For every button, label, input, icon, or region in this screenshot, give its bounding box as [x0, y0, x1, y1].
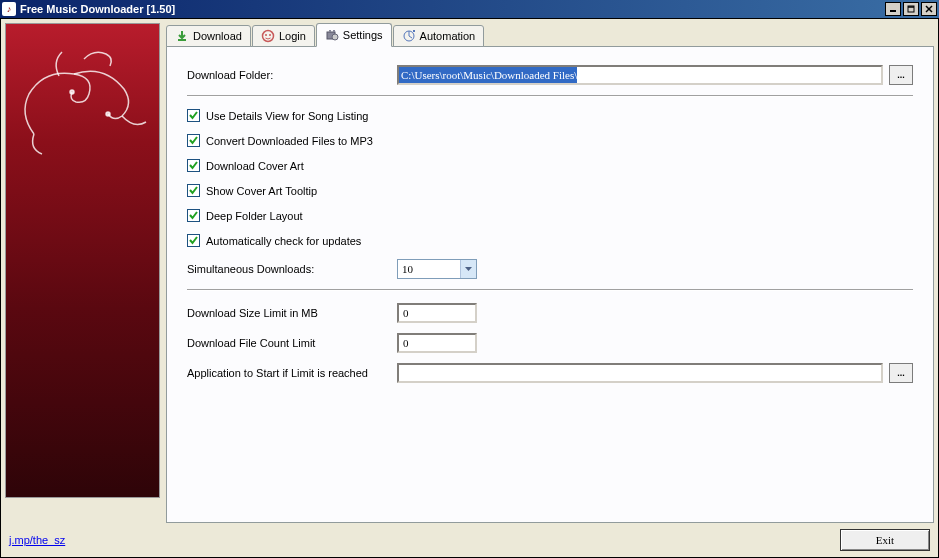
checkbox-label: Download Cover Art [206, 160, 304, 172]
app-icon: ♪ [2, 2, 16, 16]
login-icon [261, 29, 275, 43]
tab-bar: Download Login Settings Automation [166, 23, 934, 47]
exit-button[interactable]: Exit [840, 529, 930, 551]
app-start-input[interactable] [397, 363, 883, 383]
details-view-checkbox[interactable] [187, 109, 200, 122]
cover-art-checkbox[interactable] [187, 159, 200, 172]
convert-mp3-checkbox[interactable] [187, 134, 200, 147]
titlebar: ♪ Free Music Downloader [1.50] [0, 0, 939, 18]
tab-settings[interactable]: Settings [316, 23, 392, 47]
checkbox-label: Show Cover Art Tooltip [206, 185, 317, 197]
minimize-button[interactable] [885, 2, 901, 16]
swirl-decoration-icon [14, 44, 154, 164]
browse-app-button[interactable]: ... [889, 363, 913, 383]
checkbox-label: Automatically check for updates [206, 235, 361, 247]
tab-label: Login [279, 30, 306, 42]
svg-point-10 [269, 34, 271, 36]
browse-folder-button[interactable]: ... [889, 65, 913, 85]
footer-link[interactable]: j.mp/the_sz [9, 534, 65, 546]
size-limit-input[interactable] [397, 303, 477, 323]
tooltip-checkbox[interactable] [187, 184, 200, 197]
count-limit-input[interactable] [397, 333, 477, 353]
download-folder-input[interactable]: C:\Users\root\Music\Downloaded Files\ [397, 65, 883, 85]
simultaneous-label: Simultaneous Downloads: [187, 263, 397, 275]
checkbox-label: Convert Downloaded Files to MP3 [206, 135, 373, 147]
tab-label: Automation [420, 30, 476, 42]
svg-point-5 [70, 90, 74, 94]
size-limit-label: Download Size Limit in MB [187, 307, 397, 319]
simultaneous-select[interactable]: 10 [397, 259, 477, 279]
svg-rect-12 [329, 30, 331, 32]
divider [187, 95, 913, 97]
download-icon [175, 29, 189, 43]
tab-label: Settings [343, 29, 383, 41]
checkbox-label: Deep Folder Layout [206, 210, 303, 222]
tab-login[interactable]: Login [252, 25, 315, 47]
maximize-button[interactable] [903, 2, 919, 16]
checkbox-label: Use Details View for Song Listing [206, 110, 368, 122]
divider [187, 289, 913, 291]
settings-icon [325, 28, 339, 42]
sidebar-banner [5, 23, 160, 498]
deep-folder-checkbox[interactable] [187, 209, 200, 222]
svg-point-9 [265, 34, 267, 36]
app-start-label: Application to Start if Limit is reached [187, 367, 397, 379]
tab-automation[interactable]: Automation [393, 25, 485, 47]
svg-point-8 [262, 31, 273, 42]
close-button[interactable] [921, 2, 937, 16]
download-folder-label: Download Folder: [187, 69, 397, 81]
updates-checkbox[interactable] [187, 234, 200, 247]
chevron-down-icon [460, 260, 476, 278]
settings-pane: Download Folder: C:\Users\root\Music\Dow… [166, 46, 934, 523]
count-limit-label: Download File Count Limit [187, 337, 397, 349]
tab-download[interactable]: Download [166, 25, 251, 47]
window-title: Free Music Downloader [1.50] [20, 3, 885, 15]
svg-point-6 [106, 112, 110, 116]
svg-point-14 [332, 34, 338, 40]
automation-icon [402, 29, 416, 43]
tab-label: Download [193, 30, 242, 42]
svg-rect-13 [333, 30, 335, 32]
